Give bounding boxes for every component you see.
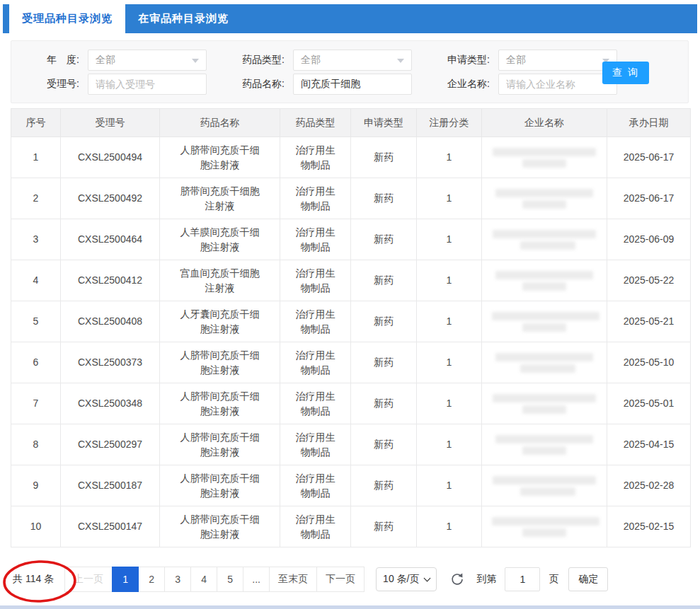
filter-grid: 年 度:全部药品类型:全部申请类型:全部受理号:药品名称:企业名称: — [18, 50, 617, 95]
cell-date: 2025-06-09 — [607, 219, 691, 260]
tab-bar: 受理品种目录浏览在审品种目录浏览 — [3, 4, 697, 33]
cell-date: 2025-02-28 — [607, 465, 691, 506]
cell-drug_name: 人羊膜间充质干细胞注射液 — [160, 219, 280, 260]
pager-ellipsis-button[interactable]: ... — [243, 567, 270, 592]
cell-reg_class: 1 — [417, 260, 482, 301]
cell-drug_name: 人脐带间充质干细胞注射液 — [160, 383, 280, 424]
column-header-no: 序号 — [11, 109, 61, 137]
table-header-row: 序号受理号药品名称药品类型申请类型注册分类企业名称承办日期 — [11, 109, 691, 137]
goto-page-input[interactable] — [505, 567, 540, 591]
bottom-divider — [0, 605, 700, 609]
cell-acceptance_no: CXSL2500492 — [61, 178, 160, 219]
cell-no: 8 — [11, 424, 61, 465]
redacted-company-name — [493, 476, 596, 485]
drug-type-selected-value: 全部 — [301, 54, 321, 66]
column-header-date: 承办日期 — [607, 109, 691, 137]
cell-drug_type: 治疗用生物制品 — [280, 178, 351, 219]
cell-drug_name: 人脐带间充质干细胞注射液 — [160, 424, 280, 465]
tab-accepted-catalog[interactable]: 受理品种目录浏览 — [9, 4, 125, 33]
cell-reg_class: 1 — [417, 465, 482, 506]
cell-company — [482, 260, 607, 301]
cell-reg_class: 1 — [417, 301, 482, 342]
cell-company — [482, 219, 607, 260]
cell-drug_type: 治疗用生物制品 — [280, 383, 351, 424]
cell-no: 7 — [11, 383, 61, 424]
goto-page-label: 到第 — [476, 573, 496, 586]
pager-page-5-button[interactable]: 5 — [217, 567, 243, 592]
table-row: 7CXSL2500348人脐带间充质干细胞注射液治疗用生物制品新药12025-0… — [11, 383, 691, 424]
cell-apply_type: 新药 — [351, 383, 417, 424]
filter-field-drug-type: 药品类型:全部 — [224, 50, 412, 71]
search-button[interactable]: 查 询 — [602, 62, 649, 84]
redacted-company-name — [522, 446, 566, 455]
cell-drug_type: 治疗用生物制品 — [280, 137, 351, 178]
cell-drug_type: 治疗用生物制品 — [280, 424, 351, 465]
table-row: 4CXSL2500412宫血间充质干细胞注射液治疗用生物制品新药12025-05… — [11, 260, 691, 301]
page-size-value: 10 条/页 — [383, 573, 419, 586]
cell-date: 2025-06-17 — [607, 178, 691, 219]
pager-page-2-button[interactable]: 2 — [138, 567, 165, 592]
page-button-group: 上一页12345...至末页下一页 — [65, 567, 365, 592]
redacted-company-name — [522, 405, 566, 414]
year-select[interactable]: 全部 — [88, 50, 207, 71]
cell-acceptance_no: CXSL2500494 — [61, 137, 160, 178]
apply-type-label: 申请类型: — [429, 54, 490, 66]
cell-drug_type: 治疗用生物制品 — [280, 506, 351, 547]
drug-name-label: 药品名称: — [224, 78, 285, 91]
pager-page-4-button[interactable]: 4 — [190, 567, 217, 592]
cell-drug_type: 治疗用生物制品 — [280, 219, 351, 260]
cell-no: 2 — [11, 178, 61, 219]
column-header-apply_type: 申请类型 — [351, 109, 417, 137]
table-row: 1CXSL2500494人脐带间充质干细胞注射液治疗用生物制品新药12025-0… — [11, 137, 691, 178]
pager-next-button[interactable]: 下一页 — [316, 567, 365, 592]
cell-company — [482, 383, 607, 424]
page-size-select[interactable]: 10 条/页 — [376, 567, 437, 591]
drug-type-label: 药品类型: — [224, 54, 285, 66]
redacted-company-name — [493, 230, 596, 238]
pager-page-1-button[interactable]: 1 — [112, 567, 139, 592]
cell-apply_type: 新药 — [351, 424, 417, 465]
cell-drug_type: 治疗用生物制品 — [280, 465, 351, 506]
pager-page-3-button[interactable]: 3 — [164, 567, 191, 592]
cell-date: 2025-05-21 — [607, 301, 691, 342]
confirm-button[interactable]: 确定 — [568, 567, 608, 591]
results-table: 序号受理号药品名称药品类型申请类型注册分类企业名称承办日期 1CXSL25004… — [11, 108, 691, 547]
cell-no: 6 — [11, 342, 61, 383]
refresh-button[interactable] — [449, 572, 465, 587]
filter-field-acceptance-no: 受理号: — [18, 74, 207, 95]
redacted-company-name — [522, 159, 566, 168]
cell-apply_type: 新药 — [351, 506, 417, 547]
table-row: 5CXSL2500408人牙囊间充质干细胞注射液治疗用生物制品新药12025-0… — [11, 301, 691, 342]
pager-last-button[interactable]: 至末页 — [269, 567, 317, 592]
cell-drug_name: 脐带间充质干细胞注射液 — [160, 178, 280, 219]
cell-acceptance_no: CXSL2500408 — [61, 301, 160, 342]
cell-reg_class: 1 — [417, 137, 482, 178]
apply-type-select[interactable]: 全部 — [498, 50, 617, 71]
filter-field-apply-type: 申请类型:全部 — [429, 50, 617, 71]
cell-no: 1 — [11, 137, 61, 178]
pager-prev-button: 上一页 — [64, 567, 113, 592]
cell-drug_name: 人脐带间充质干细胞注射液 — [160, 506, 280, 547]
cell-no: 10 — [11, 506, 61, 547]
redacted-company-name — [522, 323, 566, 332]
filter-field-year: 年 度:全部 — [18, 50, 207, 71]
redacted-company-name — [522, 528, 566, 537]
tab-under-review-catalog[interactable]: 在审品种目录浏览 — [125, 4, 241, 33]
cell-acceptance_no: CXSL2500412 — [61, 260, 160, 301]
column-header-drug_type: 药品类型 — [280, 109, 351, 137]
cell-acceptance_no: CXSL2500147 — [61, 506, 160, 547]
cell-apply_type: 新药 — [351, 260, 417, 301]
company-name-input[interactable] — [498, 74, 617, 95]
cell-date: 2025-05-22 — [607, 260, 691, 301]
cell-drug_type: 治疗用生物制品 — [280, 260, 351, 301]
cell-company — [482, 178, 607, 219]
redacted-company-name — [495, 435, 593, 443]
cell-drug_name: 人脐带间充质干细胞注射液 — [160, 465, 280, 506]
cell-apply_type: 新药 — [351, 342, 417, 383]
caret-down-icon — [192, 59, 199, 63]
acceptance-no-input[interactable] — [88, 74, 207, 95]
drug-name-input[interactable] — [293, 74, 412, 95]
column-header-reg_class: 注册分类 — [417, 109, 482, 137]
drug-type-select[interactable]: 全部 — [293, 50, 412, 71]
cell-reg_class: 1 — [417, 342, 482, 383]
